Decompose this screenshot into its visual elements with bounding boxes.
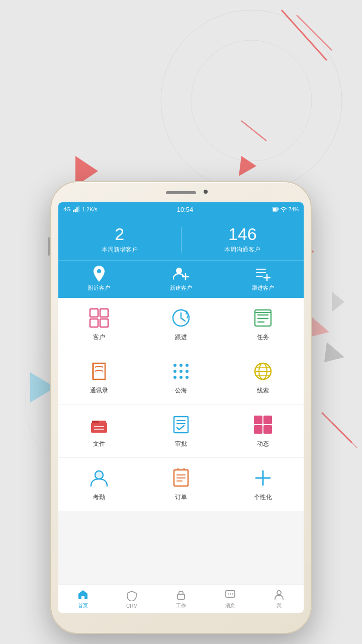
menu-item-public[interactable]: 公海 <box>140 351 222 404</box>
svg-line-4 <box>297 15 332 50</box>
svg-point-82 <box>229 593 230 594</box>
svg-point-84 <box>277 591 281 595</box>
battery-percent: 74% <box>289 207 299 212</box>
attendance-label: 考勤 <box>93 493 105 502</box>
svg-line-3 <box>282 10 327 60</box>
file-label: 文件 <box>93 440 105 448</box>
svg-rect-20 <box>78 206 79 212</box>
svg-rect-17 <box>73 210 74 212</box>
svg-point-45 <box>186 364 189 367</box>
svg-line-5 <box>241 121 266 141</box>
phone-speaker <box>166 191 196 194</box>
quick-actions-bar: 附近客户 新建客户 <box>58 260 304 298</box>
approve-icon <box>170 414 192 436</box>
quick-action-nearby[interactable]: 附近客户 <box>58 266 140 292</box>
person-icon <box>273 589 285 601</box>
menu-item-file[interactable]: 文件 <box>58 405 140 457</box>
task-label: 任务 <box>257 333 269 342</box>
svg-rect-65 <box>254 416 262 424</box>
customer-label: 客户 <box>93 333 105 342</box>
menu-item-followup[interactable]: 跟进 <box>140 298 222 351</box>
follow-label: 跟进客户 <box>252 284 274 292</box>
followup-icon <box>170 307 192 329</box>
svg-point-50 <box>179 376 183 379</box>
signal-icon <box>73 206 80 212</box>
nav-crm[interactable]: CRM <box>108 585 157 613</box>
quick-action-new-client[interactable]: 新建客户 <box>140 266 222 292</box>
chat-icon <box>224 589 236 601</box>
menu-item-clue[interactable]: 线索 <box>222 351 304 404</box>
svg-rect-36 <box>100 319 108 327</box>
nav-home[interactable]: 首页 <box>58 585 108 613</box>
svg-rect-67 <box>254 425 262 434</box>
add-list-icon <box>255 266 271 282</box>
svg-point-83 <box>231 593 232 594</box>
menu-item-order[interactable]: 订单 <box>140 458 222 511</box>
order-label: 订单 <box>175 493 187 502</box>
menu-row-4: 考勤 订单 <box>58 458 304 511</box>
menu-item-attendance[interactable]: 考勤 <box>58 458 140 511</box>
nav-work[interactable]: 工作 <box>156 585 206 613</box>
bottom-nav: 首页 CRM 工作 <box>58 585 304 613</box>
svg-rect-23 <box>273 208 277 211</box>
battery-icon <box>273 206 279 212</box>
quick-action-follow[interactable]: 跟进客户 <box>222 266 304 292</box>
svg-point-49 <box>173 376 176 379</box>
menu-item-task[interactable]: 任务 <box>222 298 304 351</box>
svg-point-0 <box>161 10 342 191</box>
svg-point-47 <box>179 370 183 373</box>
svg-point-48 <box>186 370 189 373</box>
stat-contact-customers: 146 本周沟通客户 <box>182 225 304 254</box>
svg-rect-19 <box>76 207 78 212</box>
menu-item-dynamic[interactable]: 动态 <box>222 405 304 457</box>
nearby-label: 附近客户 <box>88 284 110 292</box>
svg-rect-35 <box>90 319 98 327</box>
task-icon <box>252 307 274 329</box>
contacts-icon <box>88 360 110 382</box>
svg-rect-18 <box>74 209 76 212</box>
approve-label: 审批 <box>175 440 187 448</box>
svg-rect-22 <box>278 208 279 210</box>
svg-marker-14 <box>309 317 329 337</box>
svg-rect-59 <box>92 421 99 423</box>
menu-item-approve[interactable]: 审批 <box>140 405 222 457</box>
clue-label: 线索 <box>257 386 269 395</box>
menu-item-contacts[interactable]: 通讯录 <box>58 351 140 404</box>
svg-line-13 <box>332 423 357 448</box>
svg-marker-10 <box>332 292 344 312</box>
stats-header: 2 本周新增客户 146 本周沟通客户 <box>58 216 304 260</box>
home-icon <box>77 589 89 601</box>
add-person-icon <box>173 266 189 282</box>
nav-work-label: 工作 <box>176 602 186 609</box>
menu-item-customer[interactable]: 客户 <box>58 298 140 351</box>
svg-point-24 <box>97 269 101 273</box>
svg-line-12 <box>322 413 352 443</box>
network-label: 4G <box>63 206 71 212</box>
followup-label: 跟进 <box>175 333 187 342</box>
status-left: 4G 1.2K/s <box>63 206 98 212</box>
menu-item-customize[interactable]: 个性化 <box>222 458 304 511</box>
menu-grid: 客户 跟进 <box>58 298 304 511</box>
location-icon <box>91 266 107 282</box>
svg-rect-62 <box>174 417 188 433</box>
menu-row-1: 客户 跟进 <box>58 298 304 351</box>
svg-point-46 <box>173 370 176 373</box>
attendance-icon <box>88 467 110 489</box>
public-icon <box>170 360 192 382</box>
shield-icon <box>126 590 138 602</box>
svg-rect-33 <box>90 309 98 317</box>
new-customers-label: 本周新增客户 <box>58 246 181 254</box>
svg-marker-15 <box>324 342 344 362</box>
svg-point-51 <box>186 376 189 379</box>
customize-label: 个性化 <box>254 493 272 502</box>
customer-icon <box>88 307 110 329</box>
nav-message-label: 消息 <box>225 602 235 609</box>
svg-marker-7 <box>239 156 256 176</box>
contact-customers-number: 146 <box>182 225 304 243</box>
svg-rect-79 <box>177 594 185 599</box>
menu-row-2: 通讯录 <box>58 351 304 405</box>
nav-me[interactable]: 我 <box>254 585 304 613</box>
svg-rect-58 <box>91 423 107 433</box>
nav-message[interactable]: 消息 <box>206 585 255 613</box>
order-icon <box>170 467 192 489</box>
